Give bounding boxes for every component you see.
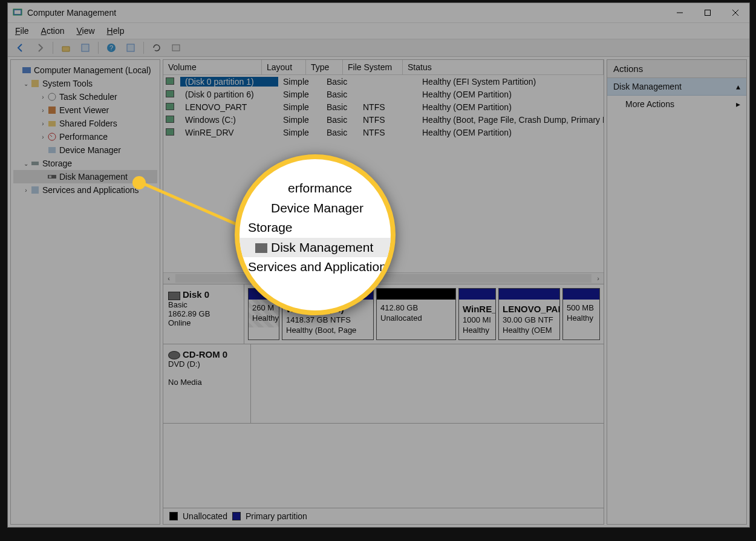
callout-origin-dot (132, 176, 146, 189)
zoom-device-manager: Device Manager (240, 198, 391, 218)
svg-line-22 (137, 181, 247, 229)
zoom-performance: erformance (240, 179, 391, 198)
zoom-callout: erformance Device Manager Storage Disk M… (235, 154, 396, 315)
zoom-disk-management: Disk Management (240, 238, 391, 258)
zoom-services: Services and Applications (240, 257, 391, 277)
zoom-storage: Storage (240, 218, 391, 238)
